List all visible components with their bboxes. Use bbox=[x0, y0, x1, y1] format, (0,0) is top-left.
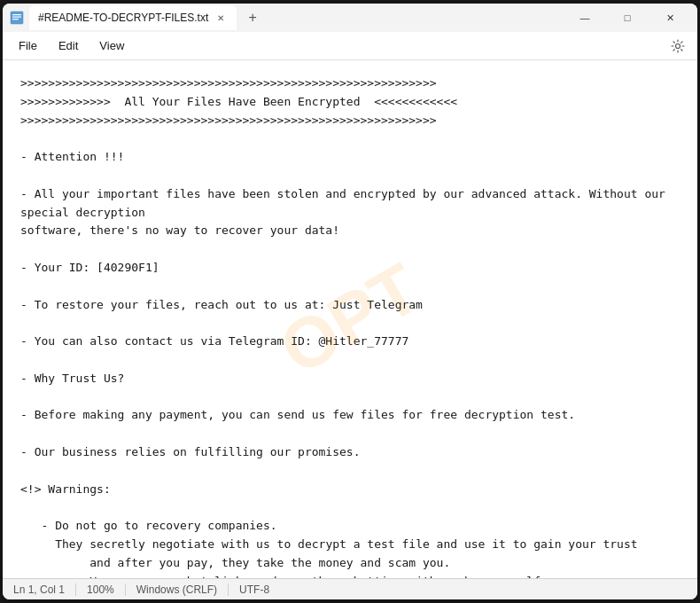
tab-area: #README-TO-DECRYPT-FILES.txt ✕ + bbox=[29, 5, 564, 30]
close-button[interactable]: ✕ bbox=[649, 4, 690, 32]
svg-rect-3 bbox=[12, 19, 19, 20]
menu-bar: File Edit View bbox=[3, 32, 697, 60]
tab-label: #README-TO-DECRYPT-FILES.txt bbox=[38, 12, 208, 24]
window-controls: — □ ✕ bbox=[564, 4, 690, 32]
svg-rect-0 bbox=[11, 12, 23, 24]
minimize-button[interactable]: — bbox=[564, 4, 605, 32]
view-menu[interactable]: View bbox=[90, 35, 133, 56]
notepad-window: #README-TO-DECRYPT-FILES.txt ✕ + — □ ✕ F… bbox=[3, 4, 697, 599]
encoding: UTF-8 bbox=[229, 583, 280, 596]
status-bar: Ln 1, Col 1 100% Windows (CRLF) UTF-8 bbox=[3, 578, 697, 599]
maximize-button[interactable]: □ bbox=[607, 4, 648, 32]
new-tab-button[interactable]: + bbox=[240, 5, 265, 30]
active-tab[interactable]: #README-TO-DECRYPT-FILES.txt ✕ bbox=[29, 5, 237, 30]
settings-button[interactable] bbox=[665, 34, 690, 59]
zoom-level: 100% bbox=[76, 583, 126, 596]
file-menu[interactable]: File bbox=[10, 35, 46, 56]
svg-rect-2 bbox=[12, 17, 21, 18]
line-ending: Windows (CRLF) bbox=[126, 583, 229, 596]
file-content: >>>>>>>>>>>>>>>>>>>>>>>>>>>>>>>>>>>>>>>>… bbox=[20, 74, 680, 578]
menu-items: File Edit View bbox=[10, 35, 133, 56]
svg-point-4 bbox=[676, 43, 681, 48]
text-content-area[interactable]: OPT >>>>>>>>>>>>>>>>>>>>>>>>>>>>>>>>>>>>… bbox=[3, 60, 697, 578]
app-icon bbox=[10, 11, 24, 25]
cursor-position: Ln 1, Col 1 bbox=[13, 583, 76, 596]
svg-rect-1 bbox=[12, 14, 21, 15]
tab-close-button[interactable]: ✕ bbox=[214, 11, 228, 25]
edit-menu[interactable]: Edit bbox=[50, 35, 87, 56]
title-bar: #README-TO-DECRYPT-FILES.txt ✕ + — □ ✕ bbox=[3, 4, 697, 32]
